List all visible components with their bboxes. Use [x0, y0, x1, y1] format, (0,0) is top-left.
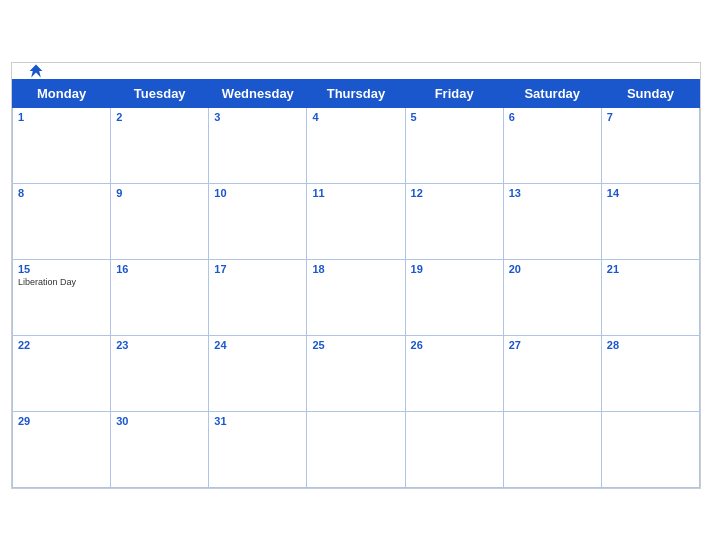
calendar-day-cell: 2 — [111, 107, 209, 183]
calendar-day-cell — [307, 411, 405, 487]
calendar-day-cell: 17 — [209, 259, 307, 335]
calendar-day-cell: 26 — [405, 335, 503, 411]
calendar-day-cell: 30 — [111, 411, 209, 487]
calendar-day-cell: 12 — [405, 183, 503, 259]
weekday-thursday: Thursday — [307, 79, 405, 107]
day-number: 26 — [411, 339, 498, 351]
calendar-day-cell: 4 — [307, 107, 405, 183]
day-number: 5 — [411, 111, 498, 123]
calendar-table: Monday Tuesday Wednesday Thursday Friday… — [12, 79, 700, 488]
day-number: 10 — [214, 187, 301, 199]
day-number: 19 — [411, 263, 498, 275]
calendar-day-cell: 24 — [209, 335, 307, 411]
calendar-day-cell: 23 — [111, 335, 209, 411]
calendar-day-cell: 27 — [503, 335, 601, 411]
day-number: 3 — [214, 111, 301, 123]
calendar-day-cell: 11 — [307, 183, 405, 259]
calendar-body: 123456789101112131415Liberation Day16171… — [13, 107, 700, 487]
day-number: 24 — [214, 339, 301, 351]
day-number: 14 — [607, 187, 694, 199]
calendar: Monday Tuesday Wednesday Thursday Friday… — [11, 62, 701, 489]
calendar-day-cell: 31 — [209, 411, 307, 487]
holiday-label: Liberation Day — [18, 277, 105, 287]
svg-marker-0 — [30, 64, 43, 77]
day-number: 28 — [607, 339, 694, 351]
weekday-header-row: Monday Tuesday Wednesday Thursday Friday… — [13, 79, 700, 107]
day-number: 8 — [18, 187, 105, 199]
logo — [28, 63, 46, 79]
day-number: 12 — [411, 187, 498, 199]
calendar-day-cell: 6 — [503, 107, 601, 183]
calendar-day-cell: 21 — [601, 259, 699, 335]
calendar-day-cell: 20 — [503, 259, 601, 335]
day-number: 21 — [607, 263, 694, 275]
calendar-day-cell: 29 — [13, 411, 111, 487]
calendar-day-cell: 19 — [405, 259, 503, 335]
weekday-tuesday: Tuesday — [111, 79, 209, 107]
day-number: 11 — [312, 187, 399, 199]
day-number: 30 — [116, 415, 203, 427]
day-number: 16 — [116, 263, 203, 275]
calendar-day-cell: 14 — [601, 183, 699, 259]
day-number: 18 — [312, 263, 399, 275]
day-number: 25 — [312, 339, 399, 351]
day-number: 4 — [312, 111, 399, 123]
weekday-sunday: Sunday — [601, 79, 699, 107]
calendar-day-cell: 7 — [601, 107, 699, 183]
calendar-thead: Monday Tuesday Wednesday Thursday Friday… — [13, 79, 700, 107]
calendar-header — [12, 63, 700, 79]
calendar-week-row: 15Liberation Day161718192021 — [13, 259, 700, 335]
logo-bird-icon — [28, 63, 44, 79]
calendar-day-cell: 3 — [209, 107, 307, 183]
calendar-day-cell: 10 — [209, 183, 307, 259]
day-number: 17 — [214, 263, 301, 275]
day-number: 13 — [509, 187, 596, 199]
day-number: 31 — [214, 415, 301, 427]
day-number: 2 — [116, 111, 203, 123]
calendar-day-cell — [503, 411, 601, 487]
calendar-day-cell: 22 — [13, 335, 111, 411]
day-number: 7 — [607, 111, 694, 123]
calendar-day-cell — [601, 411, 699, 487]
calendar-day-cell: 18 — [307, 259, 405, 335]
day-number: 22 — [18, 339, 105, 351]
calendar-day-cell — [405, 411, 503, 487]
calendar-day-cell: 1 — [13, 107, 111, 183]
calendar-day-cell: 13 — [503, 183, 601, 259]
day-number: 23 — [116, 339, 203, 351]
logo-blue-container — [28, 63, 46, 79]
day-number: 29 — [18, 415, 105, 427]
calendar-week-row: 293031 — [13, 411, 700, 487]
weekday-saturday: Saturday — [503, 79, 601, 107]
calendar-day-cell: 9 — [111, 183, 209, 259]
day-number: 9 — [116, 187, 203, 199]
calendar-week-row: 1234567 — [13, 107, 700, 183]
day-number: 20 — [509, 263, 596, 275]
day-number: 6 — [509, 111, 596, 123]
day-number: 27 — [509, 339, 596, 351]
calendar-day-cell: 16 — [111, 259, 209, 335]
calendar-day-cell: 28 — [601, 335, 699, 411]
weekday-friday: Friday — [405, 79, 503, 107]
calendar-day-cell: 8 — [13, 183, 111, 259]
calendar-day-cell: 25 — [307, 335, 405, 411]
weekday-wednesday: Wednesday — [209, 79, 307, 107]
calendar-week-row: 891011121314 — [13, 183, 700, 259]
weekday-monday: Monday — [13, 79, 111, 107]
calendar-week-row: 22232425262728 — [13, 335, 700, 411]
calendar-day-cell: 15Liberation Day — [13, 259, 111, 335]
day-number: 15 — [18, 263, 105, 275]
day-number: 1 — [18, 111, 105, 123]
calendar-day-cell: 5 — [405, 107, 503, 183]
